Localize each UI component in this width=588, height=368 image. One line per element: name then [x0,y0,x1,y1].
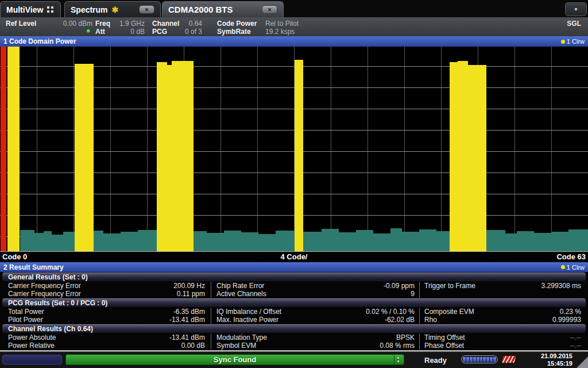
instrument-screen: MultiView Spectrum ✱ ✕ CDMA2000 BTS ✕ ▼ … [0,0,588,368]
status-bar: Sync Found ▲ ▼ Ready 21.09.2015 15:45:19 [0,350,588,368]
inactive-channel-bar [207,233,224,251]
freq-value[interactable]: 1.9 GHz [113,20,145,28]
code-domain-chart[interactable]: -10-20-30-40-50-60-70-80-90 [0,47,588,251]
trace1-legend-2[interactable]: 1 Clrw [561,264,585,271]
active-channel-bar [75,64,94,251]
measurement-progress-bar [461,355,498,363]
sync-status-message[interactable]: Sync Found ▲ ▼ [65,354,404,365]
column-divider [211,334,211,342]
inactive-channel-bar [303,232,322,251]
tab-spectrum[interactable]: Spectrum ✱ ✕ [64,1,161,17]
progress-segment [493,357,496,362]
tab-spectrum-close-icon[interactable]: ✕ [139,5,154,14]
tab-cdma2000-bts-label: CDMA2000 BTS [168,5,233,14]
gridline-vertical [441,47,442,251]
tab-cdma2000-close-icon[interactable]: ✕ [262,5,277,14]
date-time-display: 21.09.2015 15:45:19 [541,352,572,367]
window-resize-grip[interactable] [577,356,588,368]
inactive-channel-bar [121,232,138,251]
active-channel-bar [1,47,6,251]
att-label[interactable]: Att [95,28,105,36]
result-value: -0.09 ppm [318,282,415,290]
tab-overflow-button[interactable]: ▼ [565,2,587,16]
inactive-channel-bar [339,232,356,251]
tab-multiview[interactable]: MultiView [0,1,61,17]
symbrate-value[interactable]: 19.2 ksps [265,28,295,36]
code-power-label[interactable]: Code Power [217,20,257,28]
inactive-channel-bar [436,231,450,251]
result-value: -13.41 dBm [123,334,205,342]
result-value: -13.41 dBm [123,316,205,324]
chevron-down-icon: ▼ [574,7,578,12]
gridline-vertical [110,47,111,251]
progress-segment [477,357,479,362]
code-power-value[interactable]: Rel to Pilot [265,20,299,28]
trace-color-dot-icon [561,40,565,44]
result-label: Carrier Frequency Error [8,282,117,290]
sequencer-indicator [2,355,62,365]
trace1-legend[interactable]: 1 Clrw [561,38,585,45]
channel-label[interactable]: Channel [152,20,179,28]
single-sweep-indicator: SGL [567,20,581,28]
status-message-spinner[interactable]: ▲ ▼ [394,355,402,365]
trace1-label: 1 Clrw [567,38,585,45]
result-value: 0.999993 [479,316,581,324]
tab-cdma2000-bts[interactable]: CDMA2000 BTS ✕ [162,1,284,17]
trace1-label-2: 1 Clrw [567,264,585,271]
inactive-channel-bar [486,230,505,251]
inactive-channel-bar [224,231,241,251]
pcg-value[interactable]: 0 of 3 [172,28,202,36]
att-value[interactable]: 0 dB [113,28,145,36]
window2-title-bar: 2 Result Summary 1 Clrw [0,262,588,272]
active-channel-bar [295,60,303,251]
column-divider [419,334,420,342]
table-row: Total Power -6.35 dBm IQ Imbalance / Off… [0,308,588,316]
active-channel-bar [172,61,194,251]
progress-segment [480,357,483,362]
symbrate-label[interactable]: SymbRate [217,28,251,36]
progress-segment [466,357,469,362]
result-label: Carrier Frequency Error [8,290,117,298]
column-divider [419,308,420,316]
active-channel-bar [468,65,486,251]
active-channel-bar [167,65,172,251]
inactive-channel-bar [241,232,258,251]
result-label: Active Channels [216,290,315,298]
inactive-channel-bar [34,233,44,251]
ref-level-label[interactable]: Ref Level [6,20,36,28]
progress-segment [463,357,466,362]
channel-value[interactable]: 0.64 [177,20,202,28]
column-divider [419,282,420,290]
result-value: 0.11 ppm [123,290,205,298]
freq-label[interactable]: Freq [95,20,110,28]
x-axis-right-label: Code 63 [556,252,586,261]
tab-spectrum-label: Spectrum [71,5,108,14]
gridline-vertical [37,47,37,251]
column-divider [419,290,420,298]
error-indicator-icon[interactable] [502,356,516,363]
ready-indicator: Ready [424,356,447,365]
inactive-channel-bar [44,231,52,251]
inactive-channel-bar [551,232,568,251]
gridline-vertical [74,47,74,251]
table-row: Pilot Power -13.41 dBm Max. Inactive Pow… [0,316,588,324]
result-value: -6.35 dBm [123,308,205,316]
active-channel-bar [7,47,20,251]
result-value: 3.299308 ms [479,282,581,290]
channel-settings-bar: Ref Level 0.00 dBm Freq 1.9 GHz Channel … [0,17,588,36]
result-summary-table: General Results (Set : 0) Carrier Freque… [0,272,588,350]
column-divider [211,342,211,350]
inactive-channel-bar [138,230,157,251]
inactive-channel-bar [63,232,75,251]
chevron-down-icon: ▼ [397,360,400,364]
inactive-channel-bar [534,233,551,251]
ref-level-value[interactable]: 0.00 dBm [49,20,92,28]
result-label: Symbol EVM [216,342,315,350]
result-value: --.-- [479,342,581,350]
active-channel-bar [450,62,458,251]
inactive-channel-bar [103,233,121,251]
table-row: Carrier Frequency Error 200.09 Hz Chip R… [0,282,588,290]
date-label: 21.09.2015 [541,352,572,360]
pcg-label[interactable]: PCG [152,28,167,36]
result-label: Modulation Type [216,334,315,342]
